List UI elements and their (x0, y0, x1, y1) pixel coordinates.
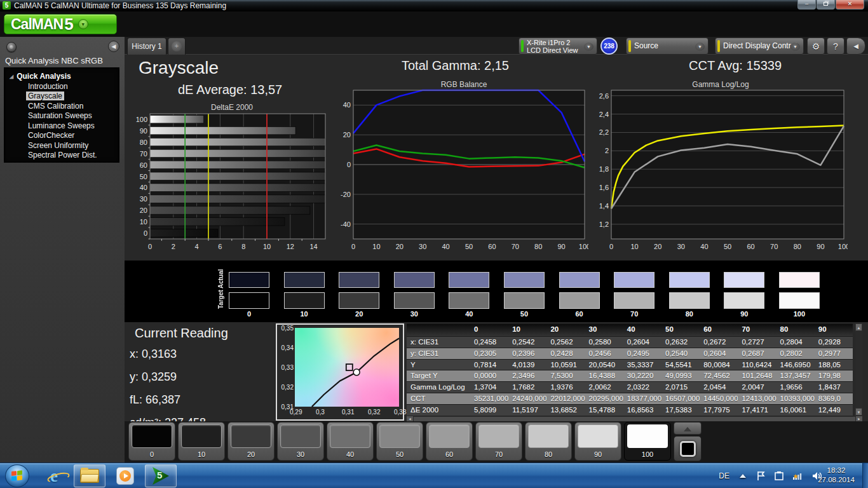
column-header-70: 70 (738, 323, 776, 335)
pattern-level-button-40[interactable]: 40 (327, 422, 374, 461)
sidebar-collapse-button[interactable]: ◀ (108, 41, 119, 52)
tree-root-item[interactable]: ◢ Quick Analysis (10, 72, 119, 81)
minimize-button[interactable]: – (797, 0, 816, 10)
table-cell: 1,7682 (508, 381, 546, 393)
table-cell: 1,3704 (470, 381, 508, 393)
svg-text:50: 50 (140, 173, 147, 180)
table-cell: 0,2727 (738, 336, 776, 348)
taskbar-calman[interactable]: 5 (145, 464, 177, 487)
table-cell: 72,4562 (700, 370, 738, 381)
table-row: Gamma Log/Log1,37041,76821,93762,00622,0… (407, 381, 853, 393)
network-icon[interactable] (792, 463, 803, 488)
row-label: Y (407, 359, 470, 370)
pattern-level-button-20[interactable]: 20 (227, 422, 275, 461)
tree-expander-icon[interactable]: ◢ (10, 74, 13, 79)
swatch-column-20: 20 (339, 272, 379, 318)
swatch-level-label: 60 (559, 310, 600, 318)
calman-taskbar-icon: 5 (151, 466, 170, 485)
table-cell: 49,0993 (661, 370, 700, 381)
sidebar-item-saturation-sweeps[interactable]: Saturation Sweeps (26, 111, 94, 120)
show-desktop-button[interactable] (862, 463, 868, 488)
tab-history-1[interactable]: History 1 (127, 37, 166, 55)
table-cell: 16507,0000 (661, 393, 700, 404)
table-cell: 7,5300 (546, 370, 585, 381)
svg-text:20: 20 (140, 207, 147, 214)
close-button[interactable]: ✕ (836, 0, 864, 10)
svg-text:0: 0 (351, 243, 355, 250)
table-cell: 188,05 (815, 359, 853, 370)
source-dropdown[interactable]: Source ▼ (626, 37, 709, 55)
panel-collapse-button[interactable]: ◀ (846, 37, 865, 55)
svg-text:8: 8 (241, 243, 245, 250)
pattern-level-button-60[interactable]: 60 (426, 422, 473, 461)
cie-locus-overlay (277, 325, 405, 422)
table-cell: 17,7975 (700, 404, 738, 416)
language-indicator[interactable]: DE (719, 463, 729, 488)
help-button[interactable]: ? (827, 37, 844, 55)
taskbar-media-player[interactable] (109, 464, 141, 487)
system-tray-app-icon[interactable] (774, 463, 784, 488)
table-cell: 30,2220 (623, 370, 661, 381)
column-header-0: 0 (470, 323, 508, 335)
pattern-level-button-100[interactable]: 100 (624, 422, 671, 461)
table-cell: 0,7814 (470, 359, 508, 370)
scroll-up-icon[interactable]: ▲ (855, 323, 862, 331)
show-hidden-icons-button[interactable] (740, 463, 746, 488)
restore-button[interactable] (817, 0, 835, 10)
pattern-level-label: 40 (327, 451, 373, 458)
sidebar-item-grayscale[interactable]: Grayscale (26, 92, 64, 100)
pattern-bar: 0102030405060708090100 ■▶[··]∞↻ « Back N… (125, 421, 868, 463)
pattern-level-button-10[interactable]: 10 (178, 422, 225, 461)
svg-text:4: 4 (195, 243, 199, 250)
table-cell: 0,0000 (470, 370, 508, 381)
table-vertical-scrollbar[interactable]: ▲ ▼ (855, 323, 862, 416)
row-label: ΔE 2000 (407, 404, 470, 416)
display-control-dropdown[interactable]: Direct Display Control ▼ (715, 37, 804, 55)
sidebar-item-luminance-sweeps[interactable]: Luminance Sweeps (26, 121, 97, 130)
scroll-down-icon[interactable]: ▼ (855, 408, 862, 416)
pattern-level-button-70[interactable]: 70 (475, 422, 522, 461)
swatch-column-10: 10 (284, 272, 325, 318)
column-header-30: 30 (585, 323, 623, 335)
swatch-level-label: 50 (504, 310, 545, 318)
svg-text:60: 60 (488, 243, 496, 250)
table-cell: 17,5383 (661, 404, 700, 416)
start-button[interactable] (5, 464, 29, 487)
taskbar-windows-explorer[interactable] (74, 464, 105, 487)
table-cell: 1,9656 (776, 381, 815, 393)
sidebar-item-screen-uniformity[interactable]: Screen Uniformity (26, 141, 90, 150)
svg-text:70: 70 (770, 243, 778, 250)
pattern-level-button-90[interactable]: 90 (574, 422, 621, 461)
taskbar-clock[interactable]: 18:32 27.08.2014 (813, 466, 859, 485)
table-header-row: 0102030405060708090 (407, 323, 853, 336)
sidebar-item-introduction[interactable]: Introduction (26, 82, 70, 91)
rgb-balance-chart: -40-20020400102030405060708090100 (339, 88, 588, 255)
pattern-level-button-0[interactable]: 0 (128, 422, 175, 461)
actual-swatch-30 (394, 272, 435, 288)
pattern-level-button-30[interactable]: 30 (277, 422, 324, 461)
cie-y-tick: 0,34 (278, 344, 294, 351)
table-cell: 22012,0000 (546, 393, 585, 404)
display-control-status-stripe (717, 40, 720, 52)
pattern-expand-button[interactable] (674, 422, 702, 435)
sidebar-item-spectral-power-dist-[interactable]: Spectral Power Dist. (26, 151, 99, 159)
taskbar-internet-explorer[interactable]: e (38, 464, 70, 487)
calman-logo-button[interactable]: CalMAN 5 ▼ (4, 14, 117, 34)
add-tab-button[interactable]: + (168, 37, 186, 55)
meter-count-badge: 238 (600, 37, 618, 55)
sidebar-knob-button[interactable] (6, 42, 17, 52)
meter-dropdown[interactable]: X-Rite i1Pro 2LCD Direct View ▼ (519, 37, 597, 55)
app-header-bar: CalMAN 5 ▼ (0, 11, 868, 37)
pattern-swatch (528, 424, 569, 448)
pattern-level-button-50[interactable]: 50 (376, 422, 423, 461)
swatch-column-60: 60 (559, 272, 600, 318)
sidebar-item-cms-calibration[interactable]: CMS Calibration (26, 102, 85, 111)
svg-text:2,6: 2,6 (599, 92, 609, 100)
sidebar-item-colorchecker[interactable]: ColorChecker (26, 131, 76, 140)
settings-button[interactable]: ⚙ (807, 37, 825, 55)
pattern-level-button-80[interactable]: 80 (525, 422, 572, 461)
svg-text:14: 14 (309, 243, 317, 250)
pattern-window-button[interactable] (674, 436, 702, 461)
cie-x-tick: 0,33 (394, 409, 406, 416)
action-center-icon[interactable] (756, 463, 766, 488)
